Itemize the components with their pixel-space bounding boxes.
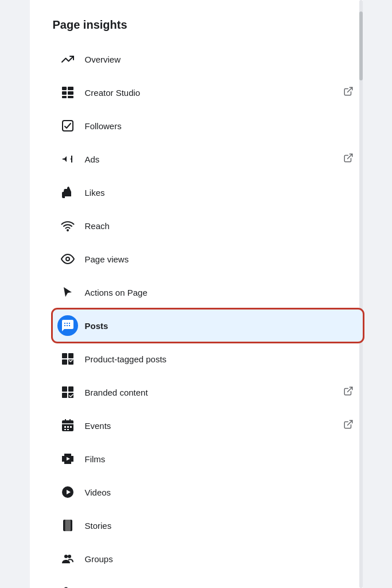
svg-rect-35 <box>62 462 64 464</box>
checkbox-icon <box>57 115 78 136</box>
svg-rect-8 <box>63 121 73 131</box>
megaphone-icon <box>57 149 78 169</box>
sidebar-item-likes[interactable]: Likes <box>53 176 363 208</box>
sidebar-item-label: Stories <box>85 521 354 531</box>
sidebar-item-ads[interactable]: Ads <box>53 143 363 175</box>
tag-grid-icon <box>57 349 78 369</box>
external-link-icon <box>343 386 354 399</box>
sidebar-item-reach[interactable]: Reach <box>53 210 363 242</box>
sidebar-item-actions-on-page[interactable]: Actions on Page <box>53 276 363 308</box>
sidebar-item-label: Product-tagged posts <box>85 354 354 364</box>
video-grid-icon <box>57 82 78 103</box>
sidebar-item-films[interactable]: Films <box>53 443 363 475</box>
sidebar-item-label: Followers <box>85 121 354 131</box>
svg-rect-3 <box>68 87 73 90</box>
sidebar-item-label: Page views <box>85 254 354 264</box>
svg-rect-4 <box>68 91 73 95</box>
svg-rect-41 <box>65 520 71 531</box>
sidebar-item-label: Branded content <box>85 388 343 397</box>
sidebar-item-label: Overview <box>85 55 354 64</box>
svg-rect-13 <box>62 353 67 358</box>
sidebar-item-label: Events <box>85 421 343 431</box>
svg-rect-34 <box>71 454 73 456</box>
film-play-icon <box>57 448 78 469</box>
menu-list: Overview Creator Studio <box>53 43 363 588</box>
external-link-icon <box>343 419 354 432</box>
svg-line-21 <box>347 387 352 392</box>
video-play-icon <box>57 482 78 502</box>
svg-rect-29 <box>64 429 66 430</box>
sidebar-item-page-views[interactable]: Page views <box>53 243 363 275</box>
svg-rect-26 <box>64 426 66 428</box>
sidebar-item-overview[interactable]: Overview <box>53 43 363 75</box>
svg-rect-19 <box>62 393 67 398</box>
svg-point-12 <box>66 257 69 261</box>
wifi-icon <box>57 215 78 236</box>
badge-check-icon <box>57 382 78 403</box>
sidebar-item-posts[interactable]: Posts <box>53 310 363 342</box>
sidebar-item-label: Ads <box>85 154 343 164</box>
svg-rect-18 <box>68 386 73 392</box>
sidebar-item-events[interactable]: Events <box>53 409 363 442</box>
svg-rect-17 <box>62 386 67 392</box>
thumbsup-icon <box>57 182 78 203</box>
svg-rect-6 <box>68 96 73 98</box>
external-link-icon <box>343 153 354 165</box>
page-container: Page insights Overview <box>30 0 363 588</box>
svg-point-43 <box>64 555 68 558</box>
eye-icon <box>57 249 78 269</box>
calendar-grid-icon <box>57 415 78 436</box>
sidebar-item-groups[interactable]: Groups <box>53 543 363 575</box>
svg-rect-28 <box>70 426 72 428</box>
svg-rect-2 <box>62 91 67 95</box>
trend-icon <box>57 49 78 69</box>
svg-rect-30 <box>67 429 69 430</box>
book-icon <box>57 515 78 536</box>
svg-rect-14 <box>68 353 73 358</box>
svg-line-31 <box>347 420 352 425</box>
svg-line-10 <box>347 154 352 158</box>
sidebar-item-creator-studio[interactable]: Creator Studio <box>53 76 363 109</box>
svg-line-7 <box>347 87 352 92</box>
svg-rect-33 <box>62 454 64 456</box>
svg-point-11 <box>67 230 68 231</box>
sidebar-item-label: Posts <box>85 321 354 331</box>
sidebar-item-label: Videos <box>85 488 354 497</box>
sidebar-item-stories[interactable]: Stories <box>53 509 363 541</box>
sidebar-item-people[interactable]: People <box>53 576 363 588</box>
sidebar-item-followers[interactable]: Followers <box>53 110 363 142</box>
sidebar-item-label: Reach <box>85 221 354 231</box>
sidebar-item-branded-content[interactable]: Branded content <box>53 376 363 408</box>
svg-point-44 <box>68 555 71 558</box>
sidebar-item-label: Films <box>85 454 354 464</box>
external-link-icon <box>343 86 354 99</box>
svg-rect-36 <box>71 462 73 464</box>
svg-rect-15 <box>62 359 67 365</box>
posts-icon <box>57 315 78 336</box>
sidebar-item-label: Creator Studio <box>85 88 343 98</box>
sidebar-item-label: Actions on Page <box>85 288 354 297</box>
sidebar-item-videos[interactable]: Videos <box>53 476 363 508</box>
sidebar-item-label: Groups <box>85 554 354 564</box>
sidebar-item-label: Likes <box>85 188 354 198</box>
cursor-icon <box>57 282 78 303</box>
sidebar-item-product-tagged-posts[interactable]: Product-tagged posts <box>53 343 363 375</box>
groups-icon <box>57 548 78 569</box>
people-icon <box>57 582 78 588</box>
svg-rect-5 <box>62 96 67 98</box>
page-title: Page insights <box>53 14 363 32</box>
svg-rect-20 <box>68 393 73 398</box>
posts-icon-circle <box>57 315 78 336</box>
svg-rect-27 <box>67 426 69 428</box>
